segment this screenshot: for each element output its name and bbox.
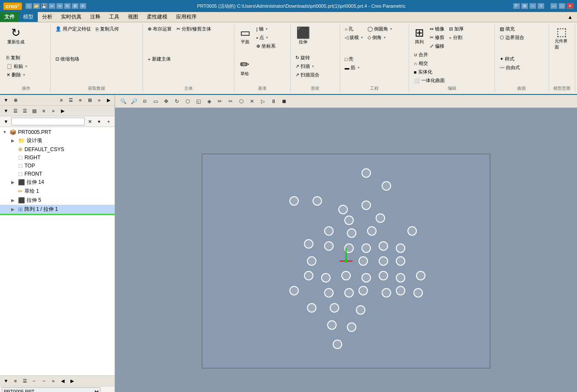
view-edit-btn[interactable]: ✏ [215,97,225,106]
zoom-out-btn[interactable]: 🔎 [129,97,139,106]
menu-simulation[interactable]: 实时仿真 [57,12,86,22]
bottom-btn7[interactable]: ◀ [58,377,67,385]
tree-item-root[interactable]: ▼ 📦 PRT0005.PRT [0,128,115,136]
zoom-fit-btn[interactable]: ⊟ [140,97,149,106]
tree-item-extrude5[interactable]: ▶ ⬛ 拉伸 5 [0,196,115,205]
btn-boundary-blend[interactable]: ⬡边界混合 [498,33,526,42]
panel-btn-grid[interactable]: ⊞ [85,96,94,104]
tree-btn1[interactable]: ▼ [2,106,10,115]
btn-merge[interactable]: ∪合并 [412,51,447,59]
help-icon[interactable]: ? [538,3,544,9]
redo-icon[interactable]: ↪ [56,3,63,9]
bottom-btn3[interactable]: ☰ [21,377,29,385]
btn-part-interface[interactable]: ⬚ 元件界面 [552,25,572,52]
btn-delete[interactable]: ✕删除▾ [4,71,29,79]
menu-expand-up[interactable]: ▲ [563,12,577,22]
minimize-button[interactable]: — [550,3,557,9]
tree-item-right[interactable]: ◻ RIGHT [0,153,115,161]
tree-item-extrude14[interactable]: ▶ ⬛ 拉伸 14 [0,178,115,187]
tree-btn5[interactable]: ≡ [39,106,48,115]
btn-shell[interactable]: □壳 [343,55,361,63]
btn-unified-surf[interactable]: ⬜一体化曲面 [412,76,447,85]
bottom-btn2[interactable]: ≡ [11,377,20,385]
tree-item-pattern1[interactable]: ▶ ⊞ 阵列 1 / 拉伸 1 [0,205,115,214]
zoom-in-btn[interactable]: 🔍 [118,97,128,106]
filter-input[interactable] [11,118,85,125]
model-canvas[interactable] [202,154,490,368]
btn-user-feature[interactable]: 👤用户定义特征 [53,25,93,33]
btn-copy[interactable]: ⎘复制 [4,54,29,62]
filter-clear[interactable]: ✕ [85,117,94,126]
panel-btn-arrow[interactable]: ▶ [104,96,113,104]
btn-split-trim[interactable]: ✂分割/修剪主体 [174,25,213,33]
bottom-btn5[interactable]: → [39,377,48,385]
btn-plane[interactable]: ▭ 平面 [237,25,254,47]
menu-annotation[interactable]: 注释 [86,12,105,22]
btn-offset[interactable]: ⤢偏移 [428,42,446,50]
view-stop-btn[interactable]: ⏹ [279,97,289,106]
search-icon[interactable]: 🔍 [513,3,520,9]
filter-add[interactable]: + [104,117,113,126]
view-cross-btn[interactable]: ✕ [247,97,257,106]
btn-round[interactable]: ◯倒圆角▾ [365,25,394,33]
view-rotate-btn[interactable]: ↻ [172,97,182,106]
arrow-icon[interactable]: → [529,3,536,9]
btn-copy-geo[interactable]: ⎘复制几何 [94,25,121,33]
btn-regenerate[interactable]: ↻ 重新生成 [4,25,27,47]
bottom-btn8[interactable]: ▶ [68,377,76,385]
bottom-btn1[interactable]: ▼ [2,377,10,385]
view-pan-btn[interactable]: ✥ [161,97,171,106]
menu-flex[interactable]: 柔性建模 [143,12,172,22]
tree-btn7[interactable]: ▶ [58,106,67,115]
tree-item-front[interactable]: ◻ FRONT [0,170,115,178]
view-play-btn[interactable]: ▷ [258,97,267,106]
btn-draft[interactable]: ◁拔模▾ [343,33,365,42]
new-icon[interactable]: □ [25,3,32,9]
settings2-icon[interactable]: ⚙ [521,3,528,9]
btn-sketch[interactable]: ✏ 草绘 [237,57,252,79]
btn-thicken[interactable]: ⊟加厚 [447,25,466,33]
view-hex-btn[interactable]: ⬡ [237,97,246,106]
btn-intersect[interactable]: ∩相交 [412,59,447,67]
filter-dropdown[interactable]: ▾ [95,117,103,126]
btn-trim-edit[interactable]: ✂修剪 [428,33,446,42]
panel-btn-settings[interactable]: ≡ [57,96,66,104]
panel-btn-new[interactable]: ⊕ [11,96,20,104]
tree-item-csys[interactable]: ⊕ DEFAULT_CSYS [0,145,115,153]
menu-analysis[interactable]: 分析 [38,12,57,22]
canvas-area[interactable]: 🔥 野火论坛 www.proewildfire.cn [115,108,577,392]
btn-point[interactable]: •点▾ [254,33,278,42]
tree-item-design[interactable]: ▶ 📁 设计项 [0,136,115,145]
view-scissors-btn[interactable]: ✂ [226,97,235,106]
tree-item-sketch1[interactable]: ✏ 草绘 1 [0,187,115,196]
panel-btn-filter[interactable]: ▼ [2,96,10,104]
menu-tools[interactable]: 工具 [105,12,124,22]
btn-style[interactable]: ✦样式 [498,55,522,63]
btn-extrude[interactable]: ⬛ 拉伸 [293,25,313,47]
view-shade-btn[interactable]: ◈ [204,97,214,106]
btn-divide[interactable]: ÷分割 [447,33,466,42]
undo-icon[interactable]: ↩ [49,3,55,9]
model-select[interactable]: PRT0005.PRT [2,387,100,392]
view-wire-btn[interactable]: ◱ [194,97,203,106]
btn-solidify[interactable]: ■实体化 [412,68,447,76]
tree-btn3[interactable]: ☰ [21,106,29,115]
btn-fill[interactable]: ▨填充 [498,25,526,33]
btn-bool[interactable]: ⊕布尔运算 [146,25,174,33]
btn-rotate[interactable]: ↻旋转 [293,54,322,62]
close-button[interactable]: ✕ [567,3,574,9]
menu-model[interactable]: 模型 [19,12,38,22]
btn-scan-blend[interactable]: ↗扫描混合 [293,71,322,79]
save-icon[interactable]: 💾 [41,3,48,9]
btn-axis[interactable]: |轴▾ [254,25,278,33]
view-pause-btn[interactable]: ⏸ [269,97,278,106]
tree-item-top[interactable]: ◻ TOP [0,161,115,170]
settings-icon[interactable]: ⚙ [72,3,79,9]
panel-btn-more[interactable]: » [95,96,103,104]
tree-btn6[interactable]: » [49,106,58,115]
bottom-btn6[interactable]: » [49,377,58,385]
btn-hole[interactable]: ○孔 [343,25,365,33]
btn-new-body[interactable]: +新建主体 [146,55,173,63]
close-icon[interactable]: ✕ [79,3,86,9]
tree-btn4[interactable]: ▤ [30,106,39,115]
